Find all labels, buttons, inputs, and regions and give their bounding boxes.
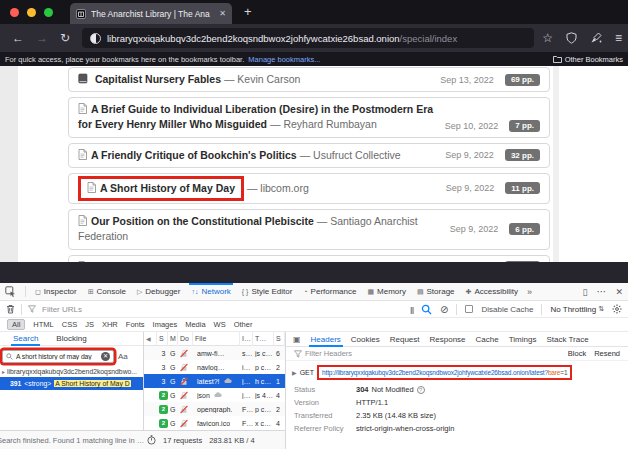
shield-icon[interactable] bbox=[566, 32, 577, 44]
devtools-tab-icon: ◔ bbox=[303, 288, 307, 295]
details-tab[interactable]: Headers bbox=[311, 332, 341, 347]
request-size: 1 bbox=[274, 378, 285, 385]
tab-close-icon[interactable]: ✕ bbox=[219, 9, 226, 18]
request-row[interactable]: 2 G json j… js 4… 4 bbox=[144, 388, 285, 402]
details-tab[interactable]: Timings bbox=[509, 332, 537, 347]
devtools-close-button[interactable]: ✕ bbox=[615, 287, 623, 297]
search-result-row[interactable]: 391 <strong> A Short History of May D bbox=[0, 377, 143, 390]
request-type-filter-bar: All HTML CSS JS XHR Fonts Images Media W… bbox=[0, 318, 628, 332]
network-settings-gear-icon[interactable] bbox=[612, 304, 622, 314]
browser-tab[interactable]: The Anarchist Library | The Ana ✕ bbox=[70, 3, 232, 24]
responsive-design-mode-icon[interactable]: ▯ bbox=[583, 287, 588, 297]
library-item[interactable]: A Short History of May Day — libcom.org … bbox=[68, 173, 550, 204]
reload-button[interactable]: ↻ bbox=[60, 31, 70, 45]
zoom-button[interactable] bbox=[44, 8, 53, 17]
request-type-chip[interactable]: Fonts bbox=[126, 320, 145, 329]
pause-traffic-icon[interactable]: | | bbox=[410, 306, 413, 313]
library-item[interactable]: Our Position on the Constitutional Plebi… bbox=[68, 209, 550, 249]
block-button[interactable]: Block bbox=[568, 349, 586, 358]
manage-bookmarks-link[interactable]: Manage bookmarks... bbox=[248, 55, 320, 64]
resend-button[interactable]: Resend bbox=[594, 349, 620, 358]
new-tab-button[interactable]: + bbox=[244, 3, 252, 21]
minimize-button[interactable] bbox=[27, 8, 36, 17]
hamburger-menu-icon[interactable]: ≡ bbox=[615, 31, 622, 45]
devtools-tab-icon: ▤ bbox=[417, 288, 424, 296]
funnel-icon bbox=[294, 350, 302, 358]
request-type-chip[interactable]: HTML bbox=[33, 320, 53, 329]
title-author-separator: — bbox=[224, 73, 235, 85]
other-bookmarks-button[interactable]: Other Bookmarks bbox=[553, 55, 623, 64]
library-item[interactable]: Capitalist Nursery Fables — Kevin Carson… bbox=[68, 67, 550, 92]
details-tab[interactable]: Cache bbox=[476, 332, 499, 347]
back-button[interactable]: ← bbox=[12, 31, 24, 45]
devtools-tab[interactable]: { } Style Editor bbox=[242, 283, 293, 301]
devtools-tab[interactable]: ⊞ Console bbox=[88, 283, 126, 301]
insecure-lock-icon bbox=[178, 405, 193, 414]
filter-headers-input[interactable]: Filter Headers bbox=[305, 349, 352, 358]
request-row[interactable]: 3 G amw-fi… s… js c… 6 bbox=[144, 346, 285, 360]
details-tab[interactable]: Request bbox=[390, 332, 420, 347]
expand-icon[interactable]: ▶ bbox=[292, 369, 297, 376]
block-requests-icon[interactable]: ⊘ bbox=[440, 304, 448, 315]
filter-urls-input[interactable]: Filter URLs bbox=[42, 305, 82, 314]
devtools-tab[interactable]: ▤ Storage bbox=[417, 283, 455, 301]
request-row[interactable]: 3 G navlog… i… p c… 2 bbox=[144, 360, 285, 374]
request-type-chip[interactable]: WS bbox=[214, 320, 226, 329]
request-type-chip[interactable]: Other bbox=[234, 320, 253, 329]
pick-element-icon[interactable] bbox=[5, 286, 16, 297]
status-help-icon[interactable]: ? bbox=[417, 386, 425, 394]
devtools-tab-icon: ⊞ bbox=[88, 288, 94, 296]
devtools-tab[interactable]: ↑↓ Network bbox=[191, 283, 230, 301]
panel-toggle-icon[interactable]: ▣ bbox=[293, 335, 301, 344]
devtools-tab[interactable]: ◻ Inspector bbox=[35, 283, 77, 301]
request-type-chip[interactable]: All bbox=[7, 319, 25, 330]
item-title-group: Capitalist Nursery Fables bbox=[78, 73, 224, 85]
window-separator-band bbox=[0, 262, 628, 283]
clear-requests-trash-icon[interactable] bbox=[6, 304, 15, 314]
devtools-tab[interactable]: ◔ Performance bbox=[303, 283, 356, 301]
request-type-chip[interactable]: Media bbox=[185, 320, 205, 329]
request-list-header[interactable]: ◀ S M Do File I… T… S bbox=[144, 332, 285, 346]
url-bar[interactable]: libraryqxxiqakubqv3dc2bend2koqsndbwox2jo… bbox=[82, 28, 534, 48]
close-button[interactable] bbox=[10, 8, 19, 17]
request-row[interactable]: 2 G favicon.ico F… x c… 4 bbox=[144, 416, 285, 430]
library-item[interactable]: A Friendly Critique of Bookchin's Politi… bbox=[68, 143, 550, 168]
details-tab[interactable]: Response bbox=[430, 332, 466, 347]
broom-extension-icon[interactable] bbox=[590, 32, 602, 44]
details-tab[interactable]: Cookies bbox=[351, 332, 380, 347]
devtools-tab[interactable]: ▦ Memory bbox=[367, 283, 406, 301]
search-pane-tab[interactable]: Search bbox=[13, 332, 38, 346]
clear-search-icon[interactable]: ✕ bbox=[101, 352, 110, 361]
devtools-tab[interactable]: ▷ Debugger bbox=[137, 283, 181, 301]
insecure-lock-icon bbox=[178, 349, 193, 358]
request-type-chip[interactable]: Images bbox=[153, 320, 178, 329]
details-tab-strip: Headers Cookies Request Response Cache T… bbox=[311, 332, 589, 347]
details-tab[interactable]: Stack Trace bbox=[546, 332, 588, 347]
search-icon[interactable] bbox=[421, 304, 432, 315]
devtools-meatball-menu-icon[interactable]: ⋯ bbox=[596, 286, 606, 297]
search-result-group[interactable]: ▸ libraryqxxiqakubqv3dc2bend2koqsndbwo..… bbox=[0, 366, 143, 377]
request-url-row[interactable]: ▶ GET http://libraryqxxiqakubqv3dc2bend2… bbox=[286, 361, 628, 383]
library-item[interactable]: A Brief Guide to Individual Liberation (… bbox=[68, 97, 550, 137]
site-identity-icon[interactable] bbox=[90, 33, 101, 44]
forward-button[interactable]: → bbox=[36, 31, 48, 45]
throttling-dropdown[interactable]: No Throttling ⇅ bbox=[550, 305, 604, 314]
network-search-input[interactable]: A short history of may day ✕ bbox=[2, 350, 114, 363]
disable-cache-checkbox[interactable] bbox=[465, 305, 473, 313]
case-sensitive-toggle[interactable]: Aa bbox=[118, 352, 128, 361]
page-scrollbar[interactable] bbox=[553, 66, 559, 262]
request-type-chip[interactable]: JS bbox=[85, 320, 94, 329]
item-author: Usufruct Collective bbox=[313, 149, 401, 161]
devtools-tab[interactable]: ✚ Accessibility bbox=[466, 283, 518, 301]
page-count-badge: 7 pp. bbox=[509, 120, 540, 132]
item-title: Our Position on the Constitutional Plebi… bbox=[91, 215, 314, 227]
request-type-chip[interactable]: CSS bbox=[62, 320, 77, 329]
request-row[interactable]: 3 G latest?! j… h c… 1 bbox=[144, 374, 285, 388]
request-row[interactable]: 2 G opengraph. F… p c… 2 bbox=[144, 402, 285, 416]
library-item[interactable]: The Unions' Life After Death — Rasmus Hä… bbox=[68, 255, 550, 262]
bookmark-star-icon[interactable]: ☆ bbox=[542, 31, 553, 45]
more-tabs-chevron-icon[interactable]: » bbox=[527, 287, 532, 297]
search-pane-tab[interactable]: Blocking bbox=[56, 332, 86, 346]
item-date: Sep 9, 2022 bbox=[445, 150, 494, 160]
request-type-chip[interactable]: XHR bbox=[102, 320, 118, 329]
